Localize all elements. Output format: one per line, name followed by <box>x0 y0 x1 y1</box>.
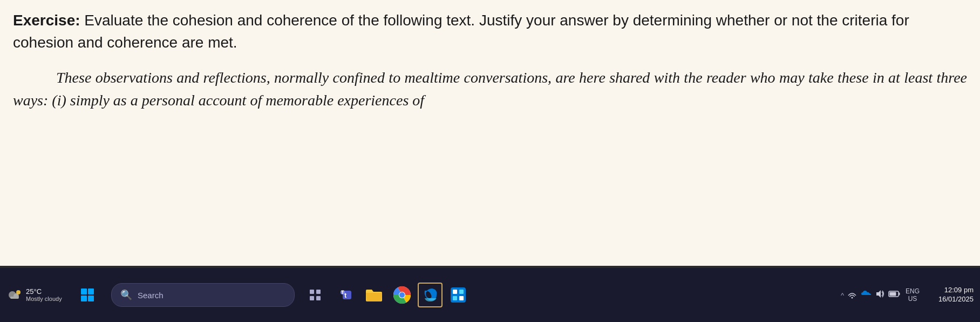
store-app-icon[interactable] <box>446 283 471 307</box>
taskbar: 25°C Mostly cloudy 🔍 Search t <box>0 268 980 322</box>
svg-rect-17 <box>459 290 464 294</box>
store-icon <box>448 285 468 305</box>
svg-rect-5 <box>316 290 321 294</box>
exercise-paragraph: Exercise: Evaluate the cohesion and cohe… <box>13 10 967 53</box>
svg-point-14 <box>399 292 405 298</box>
clock[interactable]: 12:09 pm 16/01/2025 <box>925 286 974 304</box>
pinned-apps: t T <box>334 283 471 307</box>
svg-point-3 <box>16 290 21 294</box>
svg-rect-18 <box>453 296 457 300</box>
svg-rect-15 <box>451 287 466 303</box>
svg-rect-23 <box>889 292 896 296</box>
edge-icon <box>420 285 440 305</box>
start-button[interactable] <box>74 282 100 308</box>
battery-icon[interactable] <box>888 290 900 300</box>
chrome-app-icon[interactable] <box>390 283 414 307</box>
svg-rect-19 <box>459 296 464 300</box>
teams-app-icon[interactable]: t T <box>334 283 358 307</box>
svg-rect-4 <box>310 290 314 294</box>
onedrive-icon[interactable] <box>860 290 872 300</box>
edge-app-icon[interactable] <box>418 283 443 307</box>
weather-condition: Mostly cloudy <box>26 296 62 303</box>
document-content: Exercise: Evaluate the cohesion and cohe… <box>0 0 980 268</box>
svg-text:T: T <box>341 290 344 295</box>
svg-rect-6 <box>310 296 314 300</box>
weather-text: 25°C Mostly cloudy <box>26 287 62 303</box>
svg-rect-7 <box>316 296 321 300</box>
svg-rect-16 <box>453 290 457 294</box>
search-icon: 🔍 <box>120 289 132 301</box>
language-indicator[interactable]: ENG US <box>906 287 920 303</box>
network-icon[interactable] <box>847 289 857 301</box>
system-tray: ^ <box>841 286 974 304</box>
svg-rect-2 <box>10 297 19 299</box>
task-view-button[interactable] <box>303 283 327 307</box>
svg-rect-24 <box>899 293 900 296</box>
teams-icon: t T <box>336 285 356 305</box>
language-region: US <box>908 295 917 303</box>
clock-time: 12:09 pm <box>944 286 974 295</box>
file-explorer-icon[interactable] <box>362 283 386 307</box>
svg-point-20 <box>851 297 853 299</box>
exercise-body-text: Evaluate the cohesion and coherence of t… <box>13 12 909 51</box>
weather-icon <box>6 287 22 303</box>
windows-logo-icon <box>81 289 94 301</box>
language-code: ENG <box>906 287 920 295</box>
weather-widget[interactable]: 25°C Mostly cloudy <box>6 287 66 303</box>
exercise-label: Exercise: <box>13 12 80 29</box>
tray-overflow-button[interactable]: ^ <box>841 291 844 299</box>
volume-icon[interactable] <box>875 289 885 301</box>
body-paragraph: These observations and reflections, norm… <box>13 66 967 112</box>
clock-date: 16/01/2025 <box>938 295 974 304</box>
weather-temp: 25°C <box>26 287 62 296</box>
search-bar[interactable]: 🔍 Search <box>111 283 295 307</box>
folder-icon <box>364 285 384 305</box>
chrome-icon <box>392 285 412 305</box>
search-label: Search <box>138 291 164 300</box>
svg-marker-21 <box>876 290 881 298</box>
